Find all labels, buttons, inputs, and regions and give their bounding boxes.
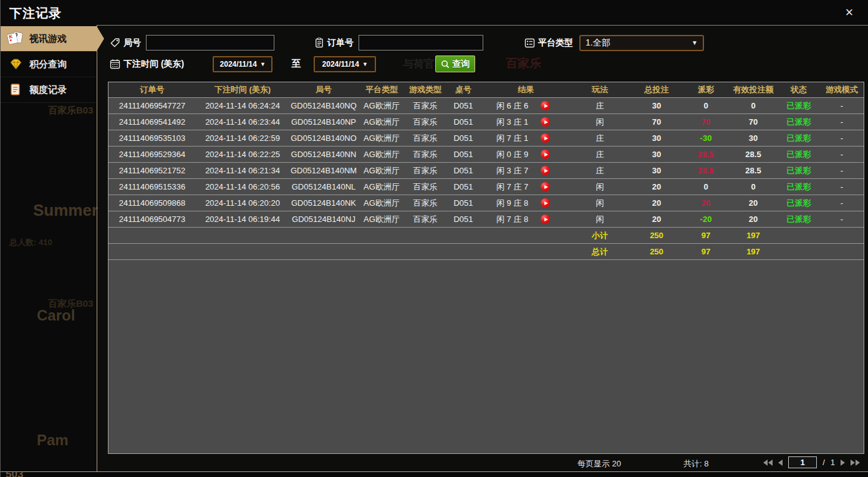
page-number-input[interactable] xyxy=(788,456,817,468)
cell-bet-on: 闲 xyxy=(571,179,629,195)
video-play-icon[interactable] xyxy=(541,133,550,143)
cell-round-number: GD05124B140NK xyxy=(289,195,358,211)
table-body: 2411140695477272024-11-14 06:24:24GD0512… xyxy=(109,98,864,260)
round-number-input[interactable] xyxy=(146,35,274,51)
summary-valid-bet: 197 xyxy=(728,228,779,243)
cell-game-mode: - xyxy=(819,130,864,146)
cell-platform: AG欧洲厅 xyxy=(358,211,405,227)
video-play-icon[interactable] xyxy=(541,117,550,127)
summary-valid-bet: 197 xyxy=(728,244,779,259)
search-button[interactable]: 查询 xyxy=(435,55,475,72)
video-play-icon[interactable] xyxy=(541,214,550,224)
cell-bet-time: 2024-11-14 06:22:25 xyxy=(196,147,289,162)
summary-row: 总计25097197 xyxy=(109,244,864,260)
round-number-label-group: 局号 xyxy=(110,37,141,49)
cell-table-number: D051 xyxy=(445,98,481,113)
cell-payout: 0 xyxy=(684,98,728,113)
table-row: 2411140695098682024-11-14 06:20:20GD0512… xyxy=(109,195,864,211)
cell-platform: AG欧洲厅 xyxy=(358,179,405,195)
cell-valid-bet: 28.5 xyxy=(728,163,779,178)
close-icon[interactable]: × xyxy=(841,4,858,21)
column-header: 游戏模式 xyxy=(819,82,864,97)
column-header: 状态 xyxy=(779,82,819,97)
result-text: 闲 3 庄 7 xyxy=(496,163,528,178)
order-number-input[interactable] xyxy=(359,35,483,51)
cell-result: 闲 3 庄 1 xyxy=(481,114,571,130)
cell-payout: 28.5 xyxy=(684,163,728,178)
cell-round-number: GD05124B140NM xyxy=(289,163,358,178)
result-text: 闲 7 庄 7 xyxy=(496,179,528,195)
cell-bet-time: 2024-11-14 06:24:24 xyxy=(196,98,289,113)
background-table-label: 百家乐B03 xyxy=(48,105,94,117)
cell-result: 闲 7 庄 1 xyxy=(481,130,571,146)
cell-status: 已派彩 xyxy=(779,211,819,227)
bet-time-label-group: 下注时间 (美东) xyxy=(110,59,184,70)
cell-bet-time: 2024-11-14 06:20:20 xyxy=(196,195,289,211)
column-header: 总投注 xyxy=(629,82,684,97)
column-header: 桌号 xyxy=(445,82,481,97)
platform-type-select[interactable]: 1.全部 ▼ xyxy=(579,35,704,51)
cell-order-number: 241114069529364 xyxy=(109,147,196,162)
cell-round-number: GD05124B140NO xyxy=(289,130,358,146)
video-play-icon[interactable] xyxy=(541,166,550,175)
summary-empty xyxy=(779,228,819,243)
cell-status: 已派彩 xyxy=(779,130,819,146)
cell-order-number: 241114069547727 xyxy=(109,98,196,113)
order-number-label: 订单号 xyxy=(327,37,354,49)
date-to-picker[interactable]: 2024/11/14 ▼ xyxy=(314,56,376,72)
cell-order-number: 241114069509868 xyxy=(109,195,196,211)
video-play-icon[interactable] xyxy=(541,101,550,110)
cell-payout: 70 xyxy=(684,114,728,130)
date-from-picker[interactable]: 2024/11/14 ▼ xyxy=(213,56,272,72)
sidebar-item-credit-records[interactable]: 额度记录 xyxy=(1,77,97,103)
cell-round-number: GD05124B140NL xyxy=(289,179,358,195)
sidebar-item-video-games[interactable]: 9 K♥ 视讯游戏 xyxy=(1,26,97,52)
summary-label: 总计 xyxy=(571,244,629,259)
cell-bet-time: 2024-11-14 06:21:34 xyxy=(196,163,289,178)
order-number-label-group: 订单号 xyxy=(314,37,354,49)
table-row: 2411140695351032024-11-14 06:22:59GD0512… xyxy=(109,130,864,147)
cell-bet-time: 2024-11-14 06:23:44 xyxy=(196,114,289,130)
date-to-value: 2024/11/14 xyxy=(322,60,359,69)
summary-payout: 97 xyxy=(684,244,728,259)
background-dealer-name: Carol xyxy=(37,307,75,324)
sidebar-menu: 9 K♥ 视讯游戏 积分查询 xyxy=(1,25,97,103)
first-page-icon[interactable] xyxy=(763,460,773,466)
search-icon xyxy=(441,60,450,69)
cell-game-type: 百家乐 xyxy=(405,98,445,113)
cell-bet-on: 庄 xyxy=(571,98,629,113)
prev-page-icon[interactable] xyxy=(778,460,783,466)
document-icon xyxy=(8,83,23,97)
page-separator: / xyxy=(822,458,825,467)
bet-records-table: 订单号下注时间 (美东)局号平台类型游戏类型桌号结果玩法总投注派彩有效投注额状态… xyxy=(108,82,864,454)
date-from-value: 2024/11/14 xyxy=(220,60,257,69)
cell-table-number: D051 xyxy=(445,114,481,130)
video-play-icon[interactable] xyxy=(541,182,550,191)
summary-empty xyxy=(779,244,819,259)
last-page-icon[interactable] xyxy=(851,460,860,466)
result-text: 闲 0 庄 9 xyxy=(496,147,528,162)
cell-game-type: 百家乐 xyxy=(405,130,445,146)
calendar-icon xyxy=(110,59,120,69)
pagination-bar: 每页显示 20 共计: 8 / 1 xyxy=(97,455,868,471)
betting-records-dialog: 下注记录 × 9 K♥ 视讯游戏 xyxy=(0,0,868,477)
cell-valid-bet: 0 xyxy=(728,98,779,113)
cell-bet-on: 庄 xyxy=(571,147,629,162)
cell-valid-bet: 70 xyxy=(728,114,779,130)
cell-game-mode: - xyxy=(819,179,864,195)
cell-bet-on: 闲 xyxy=(571,114,629,130)
cell-game-type: 百家乐 xyxy=(405,163,445,178)
dialog-body: 9 K♥ 视讯游戏 积分查询 xyxy=(1,25,868,472)
sidebar-item-label: 积分查询 xyxy=(29,59,67,70)
sidebar-item-points-query[interactable]: 积分查询 xyxy=(1,52,97,77)
video-play-icon[interactable] xyxy=(541,150,550,159)
total-pages-label: 1 xyxy=(831,458,835,467)
next-page-icon[interactable] xyxy=(841,460,845,466)
cell-order-number: 241114069541492 xyxy=(109,114,196,130)
video-play-icon[interactable] xyxy=(541,198,550,208)
cell-platform: AG欧洲厅 xyxy=(358,98,405,113)
column-header: 结果 xyxy=(481,82,571,97)
cell-bet-time: 2024-11-14 06:20:56 xyxy=(196,179,289,195)
cell-result: 闲 7 庄 8 xyxy=(481,211,571,227)
cell-payout: 20 xyxy=(684,195,728,211)
